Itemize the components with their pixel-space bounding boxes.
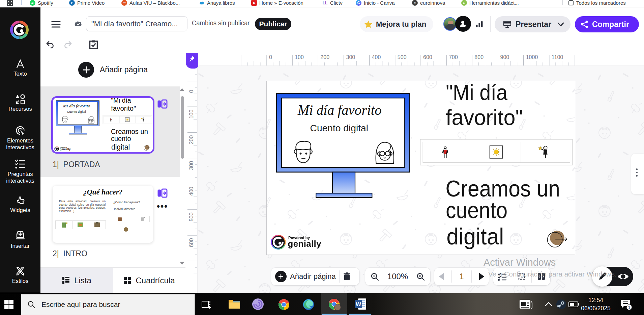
svg-text:W: W xyxy=(356,301,361,308)
svg-text:400: 400 xyxy=(188,187,194,196)
svg-text:1100: 1100 xyxy=(552,54,563,60)
svg-text:200: 200 xyxy=(320,54,329,60)
svg-text:900: 900 xyxy=(500,54,509,60)
svg-text:0: 0 xyxy=(269,54,272,60)
svg-text:1000: 1000 xyxy=(526,54,538,60)
svg-text:500: 500 xyxy=(188,212,194,221)
svg-text:1: 1 xyxy=(628,305,630,310)
svg-text:700: 700 xyxy=(449,54,458,60)
svg-text:0: 0 xyxy=(188,90,194,93)
svg-text:500: 500 xyxy=(398,54,407,60)
svg-text:200: 200 xyxy=(188,135,194,145)
svg-text:300: 300 xyxy=(188,161,194,170)
svg-text:600: 600 xyxy=(188,238,194,247)
svg-text:100: 100 xyxy=(188,109,194,119)
svg-text:800: 800 xyxy=(474,54,484,60)
svg-text:400: 400 xyxy=(372,54,381,60)
svg-text:300: 300 xyxy=(346,54,355,60)
svg-text:600: 600 xyxy=(423,54,432,60)
svg-text:100: 100 xyxy=(295,54,304,60)
